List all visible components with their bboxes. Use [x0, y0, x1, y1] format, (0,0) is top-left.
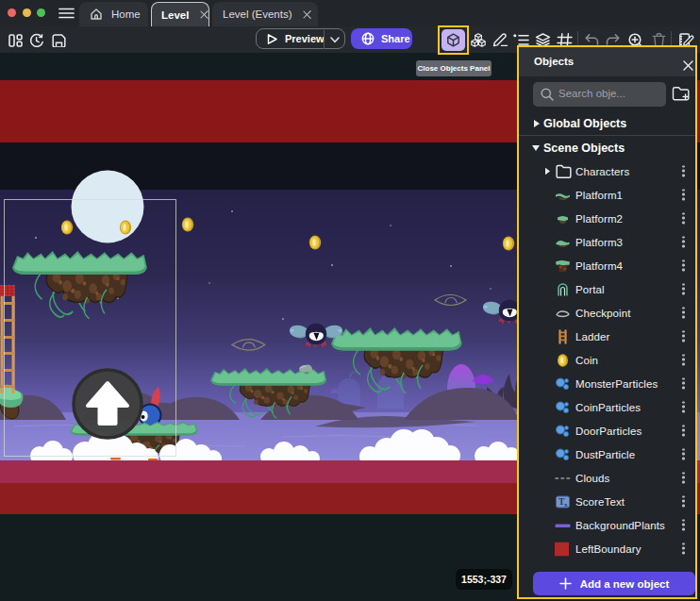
- svg-text:x: x: [564, 500, 568, 508]
